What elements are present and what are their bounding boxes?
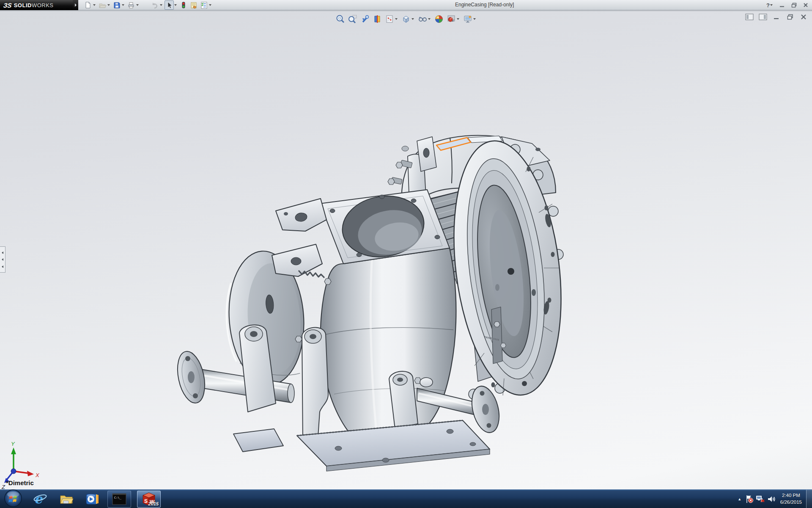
toolbar-item-file-properties[interactable]	[189, 0, 199, 10]
undo-icon[interactable]	[150, 0, 159, 10]
section-view-icon	[372, 14, 382, 25]
document-minimize-button[interactable]	[772, 13, 781, 21]
select-caret[interactable]	[174, 4, 177, 6]
display-style-button[interactable]	[400, 14, 416, 25]
taskbar-media-player[interactable]	[84, 490, 102, 508]
help-button[interactable]: ?	[766, 2, 774, 8]
feature-manager-collapse-tab[interactable]	[0, 246, 5, 273]
document-close-button[interactable]	[799, 13, 808, 21]
taskbar-clock[interactable]: 2:40 PM 6/26/2015	[780, 492, 802, 505]
apply-scene-button[interactable]	[445, 14, 461, 25]
toolbar-item-new[interactable]	[83, 0, 97, 10]
toolbar-item-undo[interactable]	[150, 0, 164, 10]
taskbar-command-prompt[interactable]: C:\_	[107, 491, 131, 508]
heads-up-toolbar	[334, 13, 478, 25]
menu-flyout-arrow[interactable]	[73, 0, 78, 10]
edit-appearance-button[interactable]	[433, 14, 445, 25]
new-document-icon[interactable]	[83, 0, 93, 10]
toolbar-item-rebuild[interactable]	[178, 0, 189, 10]
taskbar-windows-explorer[interactable]	[58, 490, 75, 508]
main-toolbar	[83, 0, 213, 10]
start-button[interactable]	[3, 489, 23, 508]
toolbar-item-select[interactable]	[164, 0, 178, 10]
zoom-to-area-icon	[347, 14, 358, 25]
view-settings-caret[interactable]	[473, 18, 476, 20]
open-document-icon[interactable]	[98, 0, 107, 10]
previous-view-button[interactable]	[359, 14, 371, 25]
system-tray: ▲ 2:40 PM	[735, 490, 812, 508]
close-button[interactable]	[802, 2, 809, 8]
action-center-icon[interactable]	[744, 494, 755, 505]
solidworks-logo: ЗS SOLIDWORKS	[0, 0, 73, 10]
rebuild-traffic-light-icon[interactable]	[179, 0, 188, 10]
view-orientation-icon	[384, 14, 395, 25]
toolbar-item-print[interactable]	[126, 0, 140, 10]
minimize-button[interactable]	[778, 2, 786, 8]
feature-pane-left-button[interactable]	[745, 13, 754, 21]
engine-casing-model[interactable]: Y X Z	[0, 11, 812, 490]
options-icon[interactable]	[199, 0, 208, 10]
model-geometry[interactable]: Y X Z	[1, 135, 574, 490]
taskbar-solidworks-2015[interactable]: S W 2015	[137, 491, 161, 508]
command-prompt-icon-label: C:\_	[114, 496, 121, 500]
collapse-arrow-icon	[2, 258, 3, 261]
view-orientation-label: *Dimetric	[6, 479, 34, 486]
zoom-to-fit-button[interactable]	[334, 14, 346, 25]
display-style-icon	[401, 14, 411, 25]
apply-scene-caret[interactable]	[457, 18, 459, 20]
title-bar: ЗS SOLIDWORKS	[0, 0, 812, 10]
zoom-to-fit-icon	[335, 14, 346, 25]
brand-works: WORKS	[32, 2, 54, 8]
toolbar-item-save[interactable]	[112, 0, 126, 10]
view-orientation-caret[interactable]	[395, 18, 398, 20]
undo-caret[interactable]	[160, 4, 162, 6]
file-properties-icon[interactable]	[189, 0, 198, 10]
options-caret[interactable]	[209, 4, 211, 6]
view-settings-button[interactable]	[461, 14, 478, 25]
feature-pane-right-button[interactable]	[759, 13, 767, 21]
select-cursor-icon[interactable]	[165, 0, 174, 10]
sw-letter-s: S	[144, 498, 148, 504]
print-caret[interactable]	[136, 4, 139, 6]
triad-y-label: Y	[11, 441, 15, 447]
show-desktop-button[interactable]	[806, 490, 812, 508]
windows-taskbar: e C:\_ S	[0, 489, 812, 508]
toolbar-item-options[interactable]	[199, 0, 213, 10]
toolbar-item-open[interactable]	[97, 0, 112, 10]
save-caret[interactable]	[122, 4, 124, 6]
open-document-caret[interactable]	[107, 4, 110, 6]
help-caret[interactable]	[770, 4, 773, 6]
view-settings-icon	[462, 14, 473, 25]
edit-appearance-icon	[433, 14, 444, 25]
hide-show-items-icon	[417, 14, 428, 25]
apply-scene-icon	[446, 14, 456, 25]
hide-show-items-caret[interactable]	[428, 18, 431, 20]
zoom-to-area-button[interactable]	[346, 14, 359, 25]
tray-expand-button[interactable]: ▲	[735, 497, 744, 501]
previous-view-icon	[359, 14, 370, 25]
section-view-button[interactable]	[371, 14, 383, 25]
network-status-icon[interactable]	[755, 494, 766, 505]
new-document-caret[interactable]	[93, 4, 96, 6]
dome-nut	[420, 378, 433, 387]
document-restore-button[interactable]	[786, 13, 794, 21]
document-window-controls	[745, 13, 808, 21]
save-icon[interactable]	[112, 0, 121, 10]
hide-show-items-button[interactable]	[416, 14, 433, 25]
collapse-arrow-icon	[2, 265, 3, 268]
clock-time: 2:40 PM	[780, 492, 802, 499]
sw-2015-badge: 2015	[148, 501, 159, 506]
triad-x-label: X	[35, 472, 40, 478]
print-icon[interactable]	[126, 0, 136, 10]
collapse-arrow-icon	[2, 251, 3, 254]
help-icon: ?	[766, 2, 770, 8]
graphics-viewport[interactable]: Y X Z	[0, 11, 812, 489]
display-style-caret[interactable]	[411, 18, 414, 20]
ie-e-glyph: e	[34, 491, 43, 506]
brand-solid: SOLID	[14, 2, 32, 8]
window-controls: ?	[766, 0, 809, 10]
volume-icon[interactable]	[766, 494, 777, 505]
restore-button[interactable]	[790, 2, 798, 8]
view-orientation-button[interactable]	[383, 14, 400, 25]
taskbar-internet-explorer[interactable]: e	[31, 490, 49, 508]
